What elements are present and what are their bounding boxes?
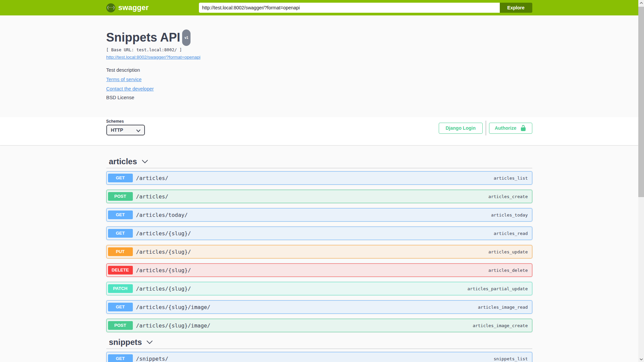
operations-sections: articles GET /articles/ articles_list PO… (106, 157, 532, 362)
schemes-selected-value: HTTP (111, 127, 123, 133)
section-header[interactable]: articles (106, 157, 532, 168)
operation-path: /articles/today/ (136, 212, 188, 218)
method-badge: PUT (108, 247, 133, 256)
method-badge: GET (108, 354, 133, 362)
operation-path: /articles/{slug}/ (136, 267, 191, 274)
operation-row[interactable]: PUT /articles/{slug}/ articles_update (106, 245, 532, 258)
operation-path: /articles/{slug}/ (136, 286, 191, 292)
operation-path: /articles/{slug}/image/ (136, 322, 211, 329)
operation-id: articles_update (488, 249, 528, 254)
info-section: Snippets APIv1 [ Base URL: test.local:80… (0, 15, 638, 117)
operation-row[interactable]: GET /articles/ articles_list (106, 171, 532, 185)
operation-row[interactable]: GET /articles/today/ articles_today (106, 208, 532, 222)
operation-id: articles_delete (488, 268, 528, 273)
contact-developer-link[interactable]: Contact the developer (106, 86, 154, 92)
method-badge: POST (108, 192, 133, 201)
operation-path: /articles/{slug}/image/ (136, 304, 211, 310)
topbar: {···} swagger Explore (0, 0, 638, 15)
method-badge: GET (108, 303, 133, 311)
operation-id: articles_create (488, 194, 528, 199)
scrollbar-down-button[interactable] (638, 356, 644, 362)
operation-id: articles_partial_update (467, 286, 528, 291)
auth-wrapper: Django Login Authorize (439, 121, 532, 135)
operation-row[interactable]: GET /articles/{slug}/ articles_read (106, 227, 532, 240)
section-title: snippets (109, 337, 142, 347)
method-badge: GET (108, 229, 133, 238)
operation-id: articles_image_read (478, 305, 528, 310)
schemes-block: Schemes HTTP (106, 119, 145, 135)
swagger-braces-icon: {···} (106, 3, 115, 12)
explore-button[interactable]: Explore (500, 3, 532, 13)
page-title: Snippets APIv1 (106, 30, 532, 47)
operations-list: GET /snippets/ snippets_list (106, 352, 532, 362)
method-badge: PATCH (108, 284, 133, 293)
spec-link[interactable]: http://test.local:8002/swagger/?format=o… (106, 55, 201, 60)
section-title: articles (109, 157, 137, 167)
terms-of-service-link[interactable]: Terms of service (106, 77, 142, 82)
operation-row[interactable]: DELETE /articles/{slug}/ articles_delete (106, 263, 532, 277)
browser-scrollbar (638, 0, 644, 362)
swagger-logo: {···} swagger (106, 3, 149, 12)
method-badge: DELETE (108, 266, 133, 275)
api-description: Test description (106, 67, 532, 73)
tag-section: snippets GET /snippets/ snippets_list (106, 337, 532, 362)
version-badge: v1 (182, 29, 191, 46)
chevron-down-icon (136, 129, 141, 132)
operation-id: articles_image_create (473, 323, 528, 328)
auth-divider (485, 121, 486, 135)
django-login-button[interactable]: Django Login (439, 123, 483, 134)
method-badge: GET (108, 210, 133, 219)
operation-id: articles_list (494, 176, 528, 181)
operation-id: articles_today (491, 213, 528, 218)
operation-row[interactable]: POST /articles/ articles_create (106, 190, 532, 203)
scrollbar-up-button[interactable] (638, 0, 644, 6)
operation-row[interactable]: PATCH /articles/{slug}/ articles_partial… (106, 282, 532, 295)
operation-row[interactable]: GET /snippets/ snippets_list (106, 352, 532, 362)
operation-row[interactable]: GET /articles/{slug}/image/ articles_ima… (106, 300, 532, 314)
scrollbar-thumb[interactable] (638, 7, 644, 197)
schemes-select[interactable]: HTTP (106, 125, 145, 135)
operation-id: articles_read (494, 231, 528, 236)
operation-path: /snippets/ (136, 356, 168, 362)
method-badge: POST (108, 321, 133, 330)
operation-path: /articles/ (136, 175, 168, 181)
base-url: [ Base URL: test.local:8002/ ] (106, 47, 532, 52)
url-input[interactable] (199, 3, 500, 13)
method-badge: GET (108, 174, 133, 182)
tag-section: articles GET /articles/ articles_list PO… (106, 157, 532, 332)
swagger-ui-page: {···} swagger Explore Snippets APIv1 [ B… (0, 0, 638, 362)
operation-path: /articles/{slug}/ (136, 230, 191, 237)
operations-list: GET /articles/ articles_list POST /artic… (106, 171, 532, 332)
schemes-label: Schemes (106, 119, 145, 124)
download-url-form: Explore (199, 3, 532, 13)
license-text: BSD License (106, 95, 532, 100)
scheme-container: Schemes HTTP Django Login Authorize (0, 117, 638, 145)
chevron-down-icon (146, 339, 153, 346)
unlock-icon (520, 125, 527, 131)
chevron-down-icon (640, 358, 643, 360)
section-header[interactable]: snippets (106, 337, 532, 349)
operation-path: /articles/ (136, 193, 168, 200)
chevron-up-icon (640, 2, 643, 4)
authorize-label: Authorize (495, 125, 517, 131)
operation-id: snippets_list (494, 356, 528, 361)
swagger-logo-text: swagger (118, 3, 149, 12)
operation-row[interactable]: POST /articles/{slug}/image/ articles_im… (106, 319, 532, 332)
operation-path: /articles/{slug}/ (136, 249, 191, 255)
chevron-down-icon (141, 158, 149, 165)
api-title-text: Snippets API (106, 31, 180, 44)
authorize-button[interactable]: Authorize (489, 123, 532, 134)
